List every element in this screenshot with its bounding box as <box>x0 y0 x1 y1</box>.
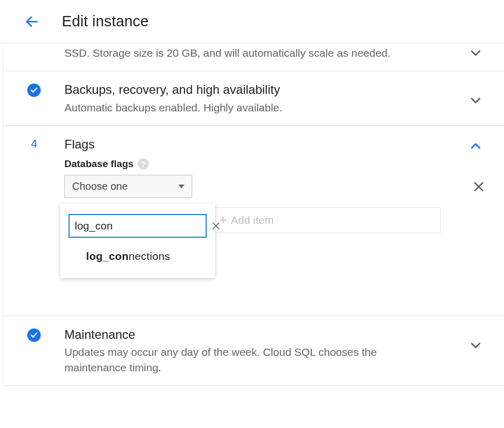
backups-title: Backups, recovery, and high availability <box>64 81 494 97</box>
check-icon <box>27 84 41 97</box>
back-button[interactable] <box>18 7 46 36</box>
section-backups[interactable]: Backups, recovery, and high availability… <box>4 71 504 126</box>
flag-select-placeholder: Choose one <box>72 180 128 192</box>
option-rest: nections <box>129 250 171 262</box>
step-number: 4 <box>31 137 37 301</box>
chevron-down-icon <box>468 338 483 353</box>
content-area: SSD. Storage size is 20 GB, and will aut… <box>3 43 504 386</box>
section-storage: SSD. Storage size is 20 GB, and will aut… <box>4 43 504 71</box>
page-title: Edit instance <box>62 13 149 30</box>
collapse-flags[interactable] <box>468 138 483 154</box>
expand-storage[interactable] <box>468 45 483 61</box>
close-icon <box>472 180 485 193</box>
flag-option-log-connections[interactable]: log_connections <box>69 238 207 267</box>
section-flags: 4 Flags Database flags ? Choose one <box>4 126 504 316</box>
storage-subtitle: SSD. Storage size is 20 GB, and will aut… <box>64 45 415 60</box>
section-maintenance[interactable]: Maintenance Updates may occur any day of… <box>4 316 504 386</box>
remove-flag-button[interactable] <box>469 177 489 196</box>
chevron-down-icon <box>468 93 483 108</box>
check-icon <box>27 328 41 342</box>
chevron-down-icon <box>468 45 483 61</box>
flag-search-input[interactable] <box>75 220 210 232</box>
flag-search-wrapper <box>69 214 207 238</box>
flag-dropdown: log_connections <box>60 204 215 278</box>
expand-maintenance[interactable] <box>468 338 483 353</box>
option-match: log_con <box>86 250 129 262</box>
database-flags-label: Database flags <box>64 158 133 170</box>
close-icon <box>211 221 221 231</box>
maintenance-title: Maintenance <box>64 326 494 342</box>
backups-subtitle: Automatic backups enabled. Highly availa… <box>64 100 415 115</box>
flags-title: Flags <box>64 136 494 152</box>
chevron-up-icon <box>468 138 483 154</box>
section-gutter <box>4 43 64 60</box>
top-bar: Edit instance <box>0 0 504 43</box>
add-item-label: Add item <box>231 214 274 226</box>
maintenance-subtitle: Updates may occur any day of the week. C… <box>64 344 415 375</box>
clear-search-button[interactable] <box>210 220 222 232</box>
arrow-left-icon <box>24 14 40 29</box>
flag-select[interactable]: Choose one <box>64 175 192 198</box>
dropdown-triangle-icon <box>178 185 184 188</box>
expand-backups[interactable] <box>468 93 483 108</box>
help-icon[interactable]: ? <box>138 158 149 170</box>
